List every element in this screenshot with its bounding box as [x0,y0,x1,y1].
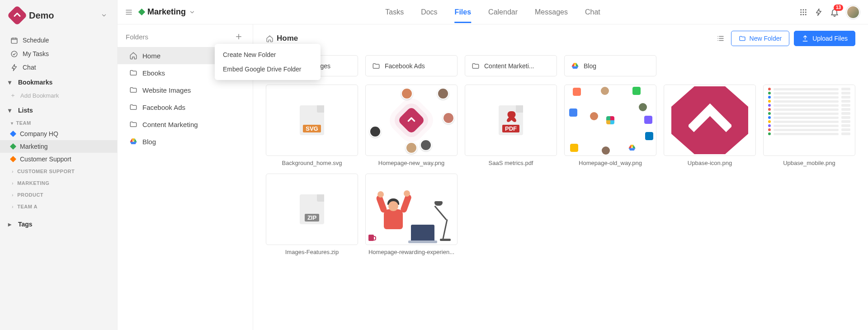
file-card[interactable]: Homepage-old_way.png [564,85,656,166]
file-name-label: Upbase_mobile.png [763,156,855,166]
upload-files-button[interactable]: Upload Files [794,31,855,46]
workspace-switcher[interactable]: Demo [0,8,117,33]
sidebar-section-bookmarks[interactable]: ▾ Bookmarks [0,74,117,89]
file-thumbnail: SVG [266,85,358,156]
sidebar-group-item[interactable]: ›MARKETING [0,177,117,189]
project-diamond-icon [138,9,146,16]
file-name-label: SaaS metrics.pdf [465,156,557,166]
project-selector[interactable]: Marketing [139,7,195,17]
svg-point-7 [805,11,807,13]
team-item-label: Customer Support [20,156,71,163]
group-label: TEAM A [17,204,38,209]
folder-label: Blog [142,138,156,146]
folder-card-label: Blog [584,62,596,70]
list-view-icon[interactable] [715,33,726,44]
apps-grid-icon[interactable] [799,8,807,16]
sidebar-group-item[interactable]: ›CUSTOMER SUPPORT [0,165,117,177]
chevron-right-icon: › [12,192,14,198]
thumbnail-image [366,174,457,245]
sidebar-team-item[interactable]: Company HQ [0,127,117,140]
folder-card[interactable]: Content Marketi... [465,55,557,76]
breadcrumb[interactable]: Home [266,34,298,43]
file-card[interactable]: Homepage-new_way.png [365,85,458,166]
section-label: Lists [18,107,33,114]
tab-tasks[interactable]: Tasks [385,2,404,23]
calendar-icon [10,36,18,44]
folder-panel-item[interactable]: Website Images [118,81,253,99]
file-name-label: Upbase-icon.png [664,156,756,166]
file-card[interactable]: Upbase_mobile.png [763,85,855,166]
folder-icon [129,86,137,94]
bolt-icon[interactable] [815,8,823,16]
button-label: New Folder [750,35,782,42]
file-name-label: Homepage-rewarding-experien... [365,245,458,255]
folder-panel-item[interactable]: Blog [118,133,253,150]
sidebar-item-mytasks[interactable]: My Tasks [0,47,117,61]
folder-card-label: Facebook Ads [385,62,425,70]
svg-point-8 [800,14,802,15]
folder-card[interactable]: Facebook Ads [365,55,458,76]
sidebar-team-item[interactable]: Marketing [0,140,117,153]
thumbnail-image [764,85,855,156]
sidebar-label: Chat [23,64,36,71]
sidebar-section-tags[interactable]: ▸ Tags [0,216,117,231]
caret-down-icon: ▾ [11,121,14,126]
team-item-label: Company HQ [20,130,58,137]
chevron-down-icon [189,9,195,15]
context-menu-item[interactable]: Create New Folder [215,47,321,62]
folders-panel-title: Folders [126,33,148,41]
svg-point-9 [803,14,804,15]
gdrive-icon [571,62,579,70]
tab-docs[interactable]: Docs [421,2,437,23]
folder-label: Website Images [142,86,191,94]
file-thumbnail [365,85,458,156]
team-label: TEAM [16,120,31,126]
diamond-icon [10,131,16,137]
sidebar-item-chat[interactable]: Chat [0,61,117,74]
folder-label: Content Marketing [142,121,198,128]
app-logo [7,5,27,25]
section-label: Tags [18,221,33,228]
sidebar-team-item[interactable]: Customer Support [0,153,117,165]
folder-label: Home [142,52,160,60]
check-circle-icon [10,50,18,58]
team-group-header[interactable]: ▾ TEAM [0,117,117,127]
context-menu-item[interactable]: Embed Google Drive Folder [215,62,321,76]
folder-icon [372,62,380,70]
sidebar-item-schedule[interactable]: Schedule [0,33,117,47]
group-label: PRODUCT [17,192,43,198]
notifications-icon[interactable]: 13 [830,8,839,17]
context-menu: Create New FolderEmbed Google Drive Fold… [215,44,321,80]
tab-messages[interactable]: Messages [535,2,568,23]
add-bookmark-button[interactable]: ＋ Add Bookmark [0,89,117,102]
plus-icon: ＋ [10,91,16,99]
sidebar-label: Schedule [23,37,49,44]
file-card[interactable]: SVGBackground_home.svg [266,85,358,166]
folder-panel-item[interactable]: Content Marketing [118,116,253,133]
file-thumbnail: PDF [465,85,557,156]
folder-card[interactable]: Blog [564,55,656,76]
group-label: MARKETING [17,180,49,186]
folder-panel-item[interactable]: Facebook Ads [118,99,253,116]
file-thumbnail: ZIP [266,174,358,245]
user-avatar[interactable] [846,5,860,19]
tab-chat[interactable]: Chat [585,2,600,23]
add-folder-icon[interactable] [233,31,245,42]
chevron-down-icon [101,12,107,19]
sidebar-group-item[interactable]: ›PRODUCT [0,189,117,201]
svg-point-10 [805,14,807,15]
menu-toggle-icon[interactable] [123,6,135,18]
group-label: CUSTOMER SUPPORT [17,169,75,174]
file-card[interactable]: PDFSaaS metrics.pdf [465,85,557,166]
sidebar-group-item[interactable]: ›TEAM A [0,201,117,212]
tab-calendar[interactable]: Calendar [488,2,518,23]
file-card[interactable]: Homepage-rewarding-experien... [365,174,458,255]
top-tabs: TasksDocsFilesCalendarMessagesChat [385,2,600,23]
file-name-label: Homepage-old_way.png [564,156,656,166]
tab-files[interactable]: Files [455,2,471,23]
sidebar-section-lists[interactable]: ▾ Lists [0,102,117,117]
file-card[interactable]: Upbase-icon.png [664,85,756,166]
diamond-icon [10,156,16,162]
file-card[interactable]: ZIPImages-Features.zip [266,174,358,255]
new-folder-button[interactable]: New Folder [731,31,790,46]
